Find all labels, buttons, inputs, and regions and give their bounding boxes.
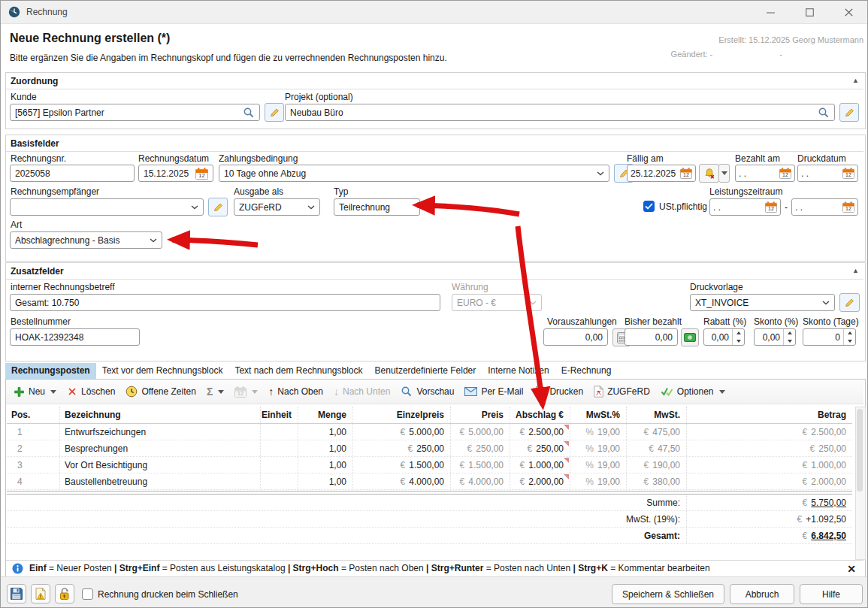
search-icon[interactable] (818, 107, 830, 119)
spinner-buttons[interactable] (843, 329, 855, 345)
calendar-icon[interactable]: 12 (842, 201, 854, 213)
col-header-einzelpreis[interactable]: Einzelpreis (352, 407, 450, 423)
minimize-button[interactable] (752, 1, 788, 23)
cell-einheit[interactable] (260, 473, 298, 489)
save-close-button[interactable]: Speichern & Schließen (612, 584, 724, 604)
chevron-down-icon[interactable] (50, 390, 56, 394)
ausgabe-select[interactable]: ZUGFeRD (234, 198, 320, 216)
cell-mwst-prozent[interactable]: %19,00 (570, 473, 626, 489)
save-button[interactable] (7, 584, 26, 603)
cell-preis[interactable]: €250,00 (450, 440, 510, 456)
tab-interne-notizen[interactable]: Interne Notizen (482, 363, 555, 379)
cell-einheit[interactable] (260, 424, 298, 440)
cell-einzelpreis[interactable]: €250,00 (352, 440, 450, 456)
calendar-icon[interactable]: 12 (195, 168, 208, 180)
druckvorlage-edit-button[interactable] (839, 293, 860, 312)
cell-betrag[interactable]: €1.000,00 (686, 457, 852, 473)
calendar-icon[interactable]: 12 (765, 201, 777, 213)
summe-button[interactable]: Σ (207, 386, 224, 398)
cell-mwst-prozent[interactable]: %19,00 (570, 457, 626, 473)
spinner-buttons[interactable] (732, 329, 744, 345)
print-on-close-checkbox[interactable] (82, 588, 93, 600)
projekt-edit-button[interactable] (839, 103, 859, 122)
cell-mwst-prozent[interactable]: %19,00 (570, 440, 626, 456)
cell-preis[interactable]: €5.000,00 (450, 424, 510, 440)
cell-betrag[interactable]: €2.000,00 (686, 473, 852, 489)
help-button[interactable]: Hilfe (800, 584, 863, 604)
cell-pos[interactable]: 3 (7, 457, 59, 473)
druckvorlage-select[interactable]: XT_INVOICE (690, 294, 835, 311)
cell-mwst[interactable]: €190,00 (626, 457, 686, 473)
cell-menge[interactable]: 1,00 (298, 424, 352, 440)
tab-e-rechnung[interactable]: E-Rechnung (555, 363, 618, 379)
col-header-mwst-prozent[interactable]: MwSt.% (570, 407, 626, 423)
cell-mwst[interactable]: €47,50 (626, 440, 686, 456)
tab-text-nach[interactable]: Text nach dem Rechnungsblock (228, 363, 368, 379)
cell-mwst-prozent[interactable]: %19,00 (570, 424, 626, 440)
calendar-icon[interactable]: 12 (779, 168, 791, 179)
neu-button[interactable]: Neu (14, 386, 56, 398)
rechnungsdatum-input[interactable]: 15.12.2025 12 (138, 165, 213, 182)
leistungszeitraum-von-input[interactable]: . . 12 (709, 198, 781, 216)
projekt-input[interactable]: Neubau Büro (285, 104, 835, 121)
scrollbar-thumb[interactable] (857, 409, 863, 492)
cell-bezeichnung[interactable]: Vor Ort Besichtigung (59, 457, 260, 473)
col-header-menge[interactable]: Menge (298, 407, 352, 423)
kunde-input[interactable]: [5657] Epsilon Partner (10, 104, 260, 121)
cell-menge[interactable]: 1,00 (298, 440, 352, 456)
payments-button[interactable] (681, 328, 699, 346)
leistungszeitraum-bis-input[interactable]: . . 12 (791, 198, 858, 216)
cell-abschlag[interactable]: €2.000,00 (510, 473, 570, 489)
close-button[interactable] (830, 1, 866, 23)
zugferd-button[interactable]: ZUGFeRD (594, 386, 650, 398)
cell-einzelpreis[interactable]: €1.500,00 (352, 457, 450, 473)
infobar-close-icon[interactable]: ✕ (847, 563, 856, 575)
cell-abschlag[interactable]: €1.000,00 (510, 457, 570, 473)
col-header-einheit[interactable]: Einheit (260, 407, 298, 423)
col-header-preis[interactable]: Preis (450, 407, 510, 423)
maximize-button[interactable] (791, 1, 827, 23)
nach-oben-button[interactable]: ↑ Nach Oben (268, 386, 323, 398)
table-row[interactable]: 1 Entwurfszeichungen 1,00 €5.000,00 €5.0… (7, 424, 852, 440)
calendar-icon[interactable]: 12 (842, 168, 854, 179)
offene-zeiten-button[interactable]: Offene Zeiten (126, 386, 196, 398)
save-draft-button[interactable] (31, 584, 50, 603)
skonto-tage-stepper[interactable]: 0 (803, 328, 856, 346)
cell-einheit[interactable] (260, 440, 298, 456)
search-icon[interactable] (243, 107, 255, 119)
rechnungsnr-input[interactable]: 2025058 (10, 165, 135, 182)
cell-betrag[interactable]: €2.500,00 (686, 424, 852, 440)
cell-menge[interactable]: 1,00 (298, 473, 352, 489)
betreff-input[interactable]: Gesamt: 10.750 (10, 294, 440, 311)
loeschen-button[interactable]: Löschen (67, 386, 115, 397)
drucken-button[interactable]: Drucken (534, 386, 583, 398)
collapse-zusatzfelder-icon[interactable]: ▲ (852, 267, 859, 274)
cell-einzelpreis[interactable]: €5.000,00 (352, 424, 450, 440)
table-row[interactable]: 2 Besprechungen 1,00 €250,00 €250,00 €25… (7, 440, 852, 457)
col-header-bezeichnung[interactable]: Bezeichnung (59, 407, 260, 423)
skonto-stepper[interactable]: 0,00 (754, 328, 796, 346)
lock-button[interactable] (55, 584, 74, 603)
cell-einheit[interactable] (260, 457, 298, 473)
bisher-bezahlt-input[interactable]: 0,00 (625, 328, 678, 346)
tab-rechnungsposten[interactable]: Rechnungsposten (5, 363, 96, 379)
tab-benutzerdefinierte-felder[interactable]: Benutzerdefinierte Felder (369, 363, 482, 379)
reminder-bell-button[interactable] (699, 164, 719, 183)
reminder-dropdown-button[interactable] (718, 164, 730, 183)
ust-checkbox[interactable] (643, 201, 655, 212)
col-header-betrag[interactable]: Betrag (686, 407, 852, 423)
calendar-icon[interactable]: 12 (680, 168, 692, 179)
table-row[interactable]: 3 Vor Ort Besichtigung 1,00 €1.500,00 €1… (7, 457, 852, 473)
optionen-button[interactable]: Optionen (661, 386, 725, 397)
chevron-down-icon[interactable] (719, 390, 725, 394)
faellig-input[interactable]: 25.12.2025 12 (627, 165, 696, 182)
cell-mwst[interactable]: €380,00 (626, 473, 686, 489)
chevron-down-icon[interactable] (218, 390, 224, 394)
tab-text-vor[interactable]: Text vor dem Rechnungsblock (96, 363, 229, 379)
vorschau-button[interactable]: Vorschau (401, 386, 454, 398)
bestellnummer-input[interactable]: HOAK-12392348 (10, 328, 140, 346)
cell-preis[interactable]: €1.500,00 (450, 457, 510, 473)
typ-select[interactable]: Teilrechnung (334, 198, 420, 216)
cell-bezeichnung[interactable]: Baustellenbetreuung (59, 473, 260, 489)
cell-abschlag[interactable]: €2.500,00 (510, 424, 570, 440)
